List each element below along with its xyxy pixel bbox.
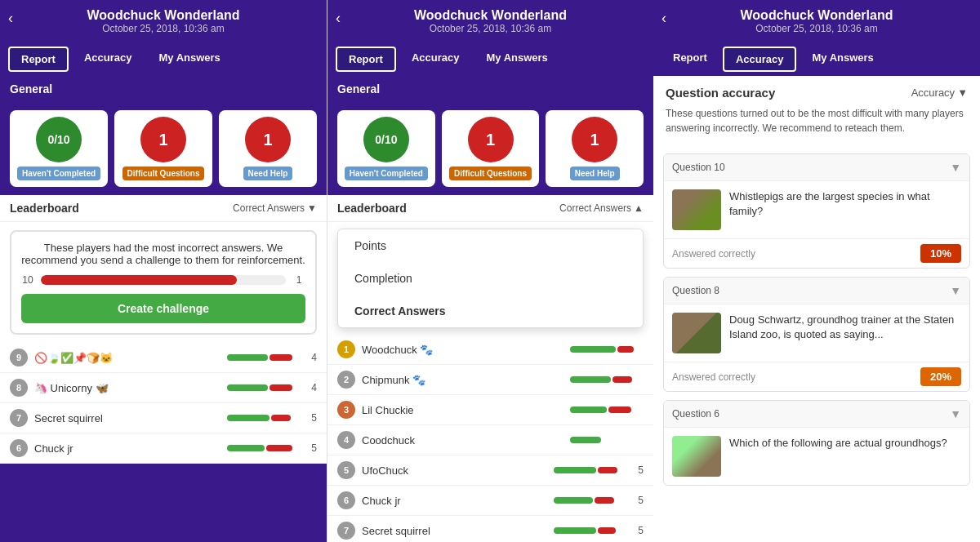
accuracy-sort[interactable]: Accuracy ▼ <box>911 87 968 99</box>
answered-label-10: Answered correctly <box>672 248 755 260</box>
answered-row-8: Answered correctly 20% <box>664 362 969 391</box>
question-text-8: Doug Schwartz, groundhog trainer at the … <box>729 313 961 353</box>
leaderboard-header-2: Leaderboard Correct Answers ▲ <box>327 195 653 222</box>
question-number-6: Question 6 <box>672 408 719 420</box>
difficult-circle-1: 1 <box>140 117 186 162</box>
tab-myanswers-1[interactable]: My Answers <box>147 47 231 72</box>
tab-myanswers-3[interactable]: My Answers <box>800 47 884 72</box>
list-item: 7 Secret squirrel 5 <box>327 516 653 542</box>
tab-accuracy-1[interactable]: Accuracy <box>73 47 144 72</box>
tab-report-2[interactable]: Report <box>336 47 396 72</box>
lb-bars <box>227 415 301 421</box>
havent-circle-1: 0/10 <box>36 117 82 162</box>
progress-right-1: 1 <box>292 274 305 286</box>
panel-1-tabs: Report Accuracy My Answers <box>0 42 327 76</box>
player-count: 5 <box>307 442 317 454</box>
panel-2-subtitle: October 25, 2018, 10:36 am <box>430 23 551 34</box>
answered-pct-8: 20% <box>920 367 961 386</box>
chevron-down-icon[interactable]: ▼ <box>950 407 961 420</box>
question-text-6: Which of the following are actual ground… <box>729 436 947 477</box>
lb-bars <box>227 445 301 451</box>
rank-badge: 8 <box>10 379 28 397</box>
chevron-down-icon[interactable]: ▼ <box>950 161 961 174</box>
panel-3: ‹ Woodchuck Wonderland October 25, 2018,… <box>653 0 980 542</box>
list-item: 1 Woodchuck 🐾 <box>327 335 653 365</box>
question-card-6: Question 6 ▼ Which of the following are … <box>663 400 970 486</box>
lb-bars <box>570 376 644 383</box>
leaderboard-header-1: Leaderboard Correct Answers ▼ <box>0 195 327 222</box>
answered-pct-10: 10% <box>920 244 961 263</box>
leaderboard-title-2: Leaderboard <box>337 202 407 215</box>
tab-accuracy-2[interactable]: Accuracy <box>400 47 471 72</box>
lb-bars <box>554 497 627 504</box>
leaderboard-sort-2[interactable]: Correct Answers ▲ <box>559 202 644 214</box>
general-cards-2: 0/10 Haven't Completed 1 Difficult Quest… <box>327 102 653 195</box>
rank-badge: 9 <box>10 349 28 367</box>
tab-accuracy-3[interactable]: Accuracy <box>723 47 797 72</box>
gen-card-difficult-2: 1 Difficult Questions <box>442 110 540 187</box>
dropdown-correct-answers[interactable]: Correct Answers <box>338 295 643 327</box>
create-challenge-button-1[interactable]: Create challenge <box>21 294 305 323</box>
rank-badge: 4 <box>337 431 355 449</box>
red-bar <box>617 346 634 353</box>
panel-1-header: ‹ Woodchuck Wonderland October 25, 2018,… <box>0 0 327 42</box>
question-text-10: Whistlepigs are the largest species in w… <box>729 189 961 230</box>
accuracy-description: These questions turned out to be the mos… <box>666 106 968 136</box>
question-body-10: Whistlepigs are the largest species in w… <box>664 181 969 238</box>
green-bar <box>570 376 611 383</box>
back-button-3[interactable]: ‹ <box>662 10 666 27</box>
tab-myanswers-2[interactable]: My Answers <box>474 47 559 72</box>
difficult-circle-2: 1 <box>468 117 514 162</box>
lb-bars <box>227 384 301 391</box>
leaderboard-sort-1[interactable]: Correct Answers ▼ <box>233 202 317 214</box>
red-bar <box>270 384 292 391</box>
panel-2-scroll: General 0/10 Haven't Completed 1 Difficu… <box>327 76 653 542</box>
gen-card-needhelp-2: 1 Need Help <box>546 110 644 187</box>
list-item: 8 🦄 Unicorny 🦋 4 <box>0 373 327 403</box>
rank-badge: 7 <box>337 522 355 540</box>
red-bar <box>595 497 614 504</box>
rank-badge: 7 <box>10 409 28 427</box>
red-bar <box>612 376 632 383</box>
dropdown-completion[interactable]: Completion <box>338 262 643 295</box>
panel-3-header: ‹ Woodchuck Wonderland October 25, 2018,… <box>653 0 980 42</box>
back-button-1[interactable]: ‹ <box>8 10 13 27</box>
player-name: 🦄 Unicorny 🦋 <box>34 382 220 394</box>
leaderboard-list-2: 1 Woodchuck 🐾 2 Chipmunk 🐾 <box>327 335 653 542</box>
rank-badge: 6 <box>10 439 28 457</box>
progress-left-1: 10 <box>21 274 34 286</box>
list-item: 2 Chipmunk 🐾 <box>327 365 653 395</box>
player-count: 5 <box>634 495 644 506</box>
progress-fill-1 <box>41 275 237 285</box>
list-item: 3 Lil Chuckie <box>327 395 653 425</box>
sort-dropdown: Points Completion Correct Answers <box>337 229 644 328</box>
lb-bars <box>227 354 301 361</box>
panel-3-subtitle: October 25, 2018, 10:36 am <box>755 23 877 34</box>
havent-badge-2: Haven't Completed <box>345 167 428 180</box>
player-name: Chuck jr <box>34 442 220 455</box>
question-body-8: Doug Schwartz, groundhog trainer at the … <box>664 304 969 362</box>
back-button-2[interactable]: ‹ <box>336 10 341 27</box>
lb-bars <box>554 527 627 534</box>
general-label-1: General <box>0 76 327 102</box>
chevron-down-icon[interactable]: ▼ <box>950 284 961 297</box>
tab-report-3[interactable]: Report <box>662 47 719 72</box>
question-image-6 <box>672 436 721 477</box>
panel-1-title: Woodchuck Wonderland <box>87 8 240 23</box>
player-count: 5 <box>634 525 644 536</box>
general-label-2: General <box>327 76 653 102</box>
red-bar <box>598 467 617 473</box>
player-count: 5 <box>307 412 317 424</box>
red-bar <box>608 406 631 413</box>
list-item: 7 Secret squirrel 5 <box>0 403 327 433</box>
list-item: 5 UfoChuck 5 <box>327 455 653 486</box>
panel-1: ‹ Woodchuck Wonderland October 25, 2018,… <box>0 0 327 542</box>
leaderboard-list-1: 9 🚫🍃✅📌🍞🐱 4 8 🦄 Unicorny 🦋 4 <box>0 343 327 464</box>
tab-report-1[interactable]: Report <box>8 47 69 72</box>
accuracy-header: Question accuracy Accuracy ▼ <box>666 86 968 100</box>
challenge-box-1: These players had the most incorrect ans… <box>10 230 317 335</box>
panel-3-title: Woodchuck Wonderland <box>741 8 893 23</box>
question-card-10: Question 10 ▼ Whistlepigs are the larges… <box>663 153 970 269</box>
dropdown-points[interactable]: Points <box>338 229 643 262</box>
leaderboard-title-1: Leaderboard <box>10 202 79 215</box>
